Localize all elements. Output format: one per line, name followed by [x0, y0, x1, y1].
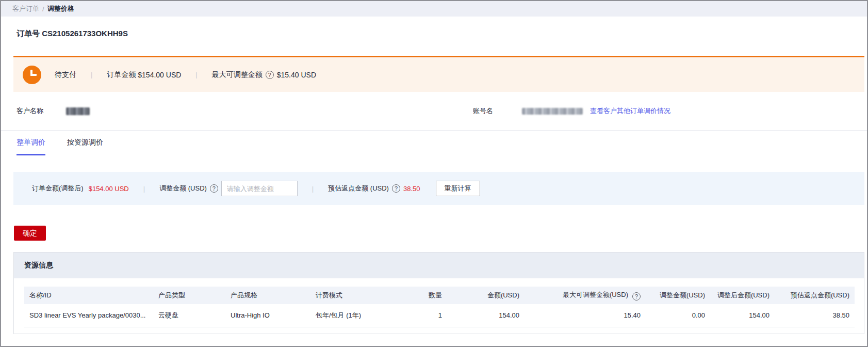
table-cell: 15.40: [525, 304, 646, 327]
view-other-order-adjustments-link[interactable]: 查看客户其他订单调价情况: [590, 106, 670, 116]
adjust-amount-input[interactable]: [221, 181, 298, 196]
order-amount-label: 订单金额: [107, 70, 136, 80]
breadcrumb: 客户订单 / 调整价格: [1, 1, 867, 17]
column-header: 数量: [385, 287, 447, 304]
pending-clock-icon: [23, 66, 41, 84]
help-icon[interactable]: [392, 184, 400, 193]
status-text: 待支付: [55, 70, 76, 80]
table-cell: 云硬盘: [153, 304, 225, 327]
table-cell: Ultra-High IO: [225, 304, 310, 327]
account-name-redacted: [522, 108, 583, 115]
panel-separator: |: [312, 185, 314, 193]
table-cell: SD3 linear EVS Yearly package/0030...: [24, 304, 153, 327]
tab-by-resource-adjust[interactable]: 按资源调价: [67, 138, 103, 155]
confirm-button[interactable]: 确定: [14, 226, 46, 241]
help-icon[interactable]: [210, 184, 218, 193]
resource-table: 名称/ID产品类型产品规格计费模式数量金额(USD)最大可调整金额(USD)调整…: [24, 287, 855, 327]
column-header: 调整后金额(USD): [710, 287, 775, 304]
column-header: 最大可调整金额(USD): [525, 287, 646, 304]
max-adjustable-label: 最大可调整金额: [212, 70, 263, 80]
table-cell: 0.00: [646, 304, 710, 327]
breadcrumb-separator: /: [42, 5, 44, 13]
column-header: 名称/ID: [24, 287, 153, 304]
table-cell: 154.00: [447, 304, 525, 327]
panel-separator: |: [143, 185, 145, 193]
column-header: 金额(USD): [447, 287, 525, 304]
customer-info-row: 客户名称 账号名 查看客户其他订单调价情况: [1, 92, 867, 131]
help-icon[interactable]: [632, 292, 641, 301]
order-status-banner: 待支付 | 订单金额 $154.00 USD | 最大可调整金额 $15.40 …: [13, 56, 864, 92]
table-cell: 1: [385, 304, 447, 327]
adjust-mode-tabs: 整单调价按资源调价: [1, 131, 867, 155]
customer-name-label: 客户名称: [17, 106, 43, 116]
order-number-label: 订单号: [17, 29, 40, 38]
adjusted-amount-label: 订单金额(调整后): [32, 184, 84, 193]
estimated-rebate-value: 38.50: [403, 185, 420, 193]
banner-separator: |: [91, 71, 92, 78]
column-header: 产品规格: [225, 287, 310, 304]
breadcrumb-customer-orders[interactable]: 客户订单: [12, 4, 39, 13]
help-icon[interactable]: [266, 71, 274, 79]
recalculate-button[interactable]: 重新计算: [436, 181, 480, 196]
breadcrumb-current-page: 调整价格: [47, 4, 74, 13]
resource-info-panel: 资源信息 名称/ID产品类型产品规格计费模式数量金额(USD)最大可调整金额(U…: [13, 252, 864, 334]
column-header: 计费模式: [310, 287, 385, 304]
table-row: SD3 linear EVS Yearly package/0030...云硬盘…: [24, 304, 855, 327]
table-cell: 38.50: [775, 304, 855, 327]
adjust-price-page: 客户订单 / 调整价格 订单号 CS2105261733OKHH9S 待支付 |…: [0, 0, 868, 347]
table-cell: 154.00: [710, 304, 775, 327]
account-name-label: 账号名: [473, 106, 493, 116]
column-header: 产品类型: [153, 287, 225, 304]
order-number-value: CS2105261733OKHH9S: [42, 29, 128, 38]
table-cell: 包年/包月 (1年): [310, 304, 385, 327]
estimated-rebate-label: 预估返点金额 (USD): [328, 184, 389, 193]
adjust-amount-label: 调整金额 (USD): [159, 184, 207, 193]
adjusted-amount-value: $154.00 USD: [89, 185, 129, 193]
column-header: 调整金额(USD): [646, 287, 710, 304]
whole-order-adjust-panel: 订单金额(调整后) $154.00 USD | 调整金额 (USD) | 预估返…: [13, 172, 864, 205]
customer-name-redacted: [66, 107, 90, 115]
resource-info-title: 资源信息: [14, 253, 864, 278]
column-header: 预估返点金额(USD): [775, 287, 855, 304]
max-adjustable-value: $15.40 USD: [277, 71, 316, 79]
table-header-row: 名称/ID产品类型产品规格计费模式数量金额(USD)最大可调整金额(USD)调整…: [24, 287, 855, 304]
tab-whole-order-adjust[interactable]: 整单调价: [17, 138, 45, 155]
order-number-title: 订单号 CS2105261733OKHH9S: [1, 17, 867, 42]
order-amount-value: $154.00 USD: [138, 71, 181, 79]
banner-separator: |: [195, 71, 197, 78]
